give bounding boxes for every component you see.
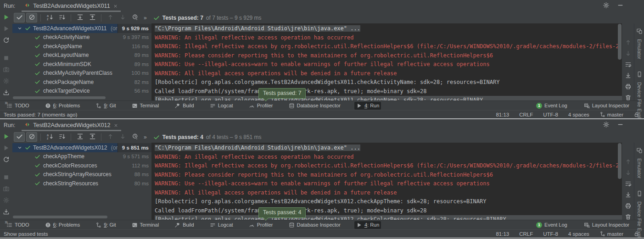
- layout-inspector-button[interactable]: Layout Inspector: [582, 102, 631, 110]
- status-widget-indent[interactable]: 4 spaces: [568, 112, 589, 117]
- test-row[interactable]: checkStringResources80 ms: [12, 179, 151, 188]
- print-icon[interactable]: [625, 202, 632, 209]
- event-log-button[interactable]: 1Event Log: [534, 102, 569, 110]
- status-widget-indent[interactable]: 4 spaces: [568, 231, 589, 237]
- tree-horizontal-scrollbar[interactable]: [13, 96, 106, 99]
- previous-failed-test-button[interactable]: [105, 132, 116, 142]
- previous-failed-test-button[interactable]: [105, 13, 116, 22]
- event-log-button[interactable]: 1Event Log: [534, 221, 569, 229]
- import-test-results-icon[interactable]: [3, 208, 10, 215]
- toolwindow-button-run[interactable]: 4: Run: [354, 102, 381, 110]
- toolwindow-button-profiler[interactable]: Profiler: [247, 221, 275, 229]
- import-test-results-icon[interactable]: [3, 89, 10, 96]
- run-tab[interactable]: TestB2AdvancedWidgetsX011: [22, 0, 120, 12]
- toolwindow-button-build[interactable]: Build: [173, 221, 196, 229]
- status-widget-line-ending[interactable]: CRLF: [519, 112, 533, 117]
- collapse-all-button[interactable]: [87, 132, 98, 142]
- test-runner-settings-icon[interactable]: [3, 197, 10, 204]
- test-row[interactable]: checkAppTheme9 s 571 ms: [12, 152, 151, 161]
- status-widget-caret-position[interactable]: 81:13: [496, 112, 509, 117]
- toolwindow-button-logcat[interactable]: Logcat: [208, 221, 235, 229]
- toolwindow-button-todo[interactable]: TODO: [5, 102, 31, 110]
- toolwindow-button-database-inspector[interactable]: Database Inspector: [287, 102, 342, 110]
- stripe-button-emulator[interactable]: Emulator: [636, 28, 643, 59]
- console-output[interactable]: "C:\Program Files\Android\Android Studio…: [151, 143, 622, 220]
- test-runner-settings-icon[interactable]: [3, 78, 10, 84]
- expand-all-button[interactable]: [74, 132, 85, 142]
- status-widget-git-branch[interactable]: master: [599, 111, 623, 117]
- test-row[interactable]: checkMyActivityParentClass100 ms: [12, 69, 151, 78]
- toolwindow-button-problems[interactable]: 6: Problems: [43, 221, 82, 229]
- toolwindow-button-build[interactable]: Build: [173, 102, 196, 110]
- status-widget-line-ending[interactable]: CRLF: [519, 231, 533, 237]
- layout-inspector-button[interactable]: Layout Inspector: [582, 221, 631, 229]
- next-occurrence-icon[interactable]: [625, 169, 632, 176]
- test-row[interactable]: checkTargetDevice56 ms: [12, 87, 151, 96]
- console-scrollbar[interactable]: [617, 23, 622, 100]
- status-widget-readonly-lock[interactable]: [633, 231, 639, 237]
- toggle-auto-test-icon[interactable]: [3, 156, 10, 163]
- rerun-icon[interactable]: [3, 133, 10, 140]
- stop-icon[interactable]: [3, 174, 10, 181]
- next-occurrence-icon[interactable]: [625, 50, 632, 57]
- toolwindow-button-run[interactable]: 4: Run: [354, 221, 381, 229]
- show-ignored-button[interactable]: [26, 132, 37, 142]
- console-scrollbar-thumb[interactable]: [618, 143, 622, 179]
- settings-icon[interactable]: [603, 2, 610, 11]
- close-icon[interactable]: [113, 4, 118, 9]
- settings-icon[interactable]: [603, 121, 610, 130]
- prev-occurrence-icon[interactable]: [625, 39, 632, 46]
- status-widget-caret-position[interactable]: 81:13: [496, 231, 509, 237]
- thread-dump-icon[interactable]: [3, 185, 10, 192]
- status-widget-encoding[interactable]: UTF-8: [543, 112, 558, 117]
- next-failed-test-button[interactable]: [117, 13, 128, 22]
- show-passed-button[interactable]: [14, 13, 25, 22]
- soft-wrap-icon[interactable]: [625, 180, 632, 187]
- sort-by-duration-button[interactable]: [56, 13, 67, 22]
- clear-all-icon[interactable]: [625, 213, 632, 220]
- show-ignored-button[interactable]: [26, 13, 37, 22]
- test-row[interactable]: checkAppName116 ms: [12, 42, 151, 51]
- close-icon[interactable]: [113, 123, 118, 128]
- test-tree-root-row[interactable]: TestB2AdvancedWidgetsX011 (org.ap9 s 929…: [12, 24, 151, 33]
- run-tab[interactable]: TestB2AdvancedWidgetsX012: [22, 119, 121, 131]
- test-row[interactable]: checkPackageName82 ms: [12, 78, 151, 87]
- more-icon[interactable]: »: [144, 16, 147, 20]
- toolwindow-button-logcat[interactable]: Logcat: [208, 102, 235, 110]
- toolwindow-button-profiler[interactable]: Profiler: [247, 102, 275, 110]
- rerun-failed-tests-icon[interactable]: [3, 145, 10, 151]
- status-widget-encoding[interactable]: UTF-8: [543, 231, 558, 237]
- expander-icon[interactable]: [17, 26, 22, 31]
- clear-all-icon[interactable]: [625, 94, 632, 101]
- status-widget-git-branch[interactable]: master: [599, 231, 623, 237]
- rerun-failed-tests-icon[interactable]: [3, 25, 10, 32]
- toolwindow-button-git[interactable]: 9: Git: [94, 102, 118, 110]
- test-history-button[interactable]: [129, 132, 140, 142]
- test-history-button[interactable]: [129, 13, 140, 22]
- stop-icon[interactable]: [3, 55, 10, 61]
- more-icon[interactable]: »: [144, 135, 147, 139]
- test-row[interactable]: checkStringArrayResources88 ms: [12, 170, 151, 179]
- status-widget-readonly-lock[interactable]: [633, 111, 639, 117]
- test-tree-root-row[interactable]: TestB2AdvancedWidgetsX012 (org.ap9 s 851…: [12, 143, 151, 152]
- soft-wrap-icon[interactable]: [625, 61, 632, 68]
- rerun-icon[interactable]: [3, 14, 10, 21]
- tree-horizontal-scrollbar[interactable]: [13, 216, 107, 218]
- sort-by-duration-button[interactable]: [56, 132, 67, 142]
- sort-alphabetically-button[interactable]: az: [44, 13, 55, 22]
- toolwindow-button-todo[interactable]: TODO: [5, 221, 31, 229]
- toolwindow-button-terminal[interactable]: Terminal: [130, 221, 161, 229]
- toolwindow-button-terminal[interactable]: Terminal: [130, 102, 161, 110]
- console-scrollbar[interactable]: [617, 143, 622, 220]
- test-row[interactable]: checkActivityName9 s 397 ms: [12, 33, 151, 42]
- show-passed-button[interactable]: [14, 132, 25, 142]
- scroll-to-end-icon[interactable]: [625, 72, 632, 79]
- console-output[interactable]: "C:\Program Files\Android\Android Studio…: [151, 23, 622, 100]
- prev-occurrence-icon[interactable]: [625, 158, 632, 165]
- hide-icon[interactable]: [617, 2, 624, 11]
- toggle-auto-test-icon[interactable]: [3, 37, 10, 44]
- hide-icon[interactable]: [617, 121, 624, 130]
- toolwindow-button-database-inspector[interactable]: Database Inspector: [287, 221, 342, 229]
- thread-dump-icon[interactable]: [3, 66, 10, 73]
- test-row[interactable]: checkMinimumSDK89 ms: [12, 60, 151, 69]
